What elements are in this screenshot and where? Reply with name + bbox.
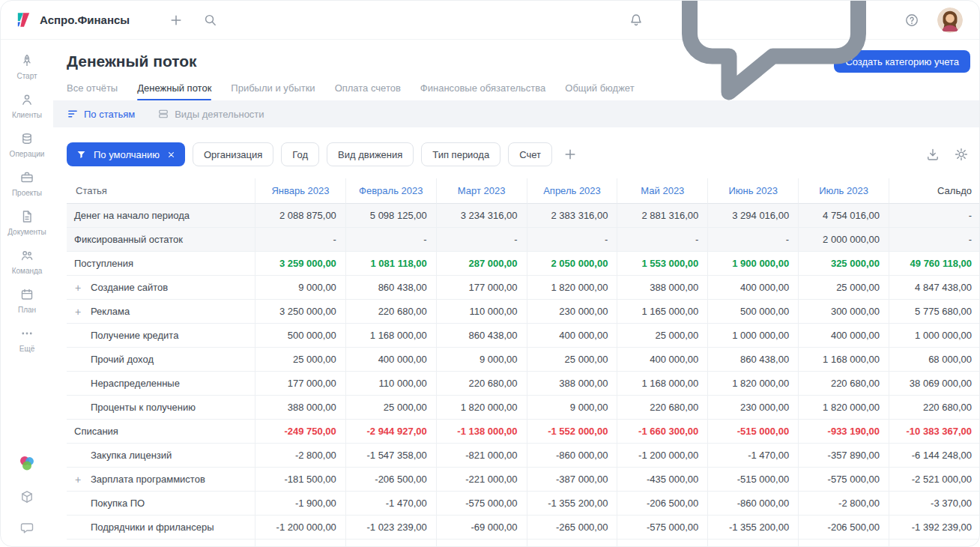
table-cell: 860 438,00 <box>708 348 799 372</box>
expand-icon[interactable]: + <box>75 306 81 317</box>
row-label[interactable]: Нераспределенные <box>67 372 255 396</box>
settings-gear-icon[interactable] <box>954 147 969 162</box>
sidebar-item-more[interactable]: Ещё <box>7 326 46 353</box>
tab-cashflow[interactable]: Денежный поток <box>137 82 211 100</box>
table-cell: -1 900,00 <box>255 492 346 516</box>
projects-icon <box>19 170 34 185</box>
table-cell: -10 383 367,00 <box>889 420 980 444</box>
aspro-cloud-logo[interactable] <box>17 453 37 473</box>
table-cell: 25 000,00 <box>617 324 708 348</box>
table-row: Закупка лицензий-2 800,00-1 547 358,00-8… <box>67 444 980 468</box>
view-tab-by-activity[interactable]: Виды деятельности <box>157 108 264 120</box>
row-label[interactable]: Закупка лицензий <box>67 444 255 468</box>
sidebar-item-label: Ещё <box>19 345 34 353</box>
integrations-icon[interactable] <box>19 489 34 504</box>
table-cell: -1 552 000,00 <box>527 420 618 444</box>
table-cell: -1 470,00 <box>346 492 437 516</box>
table-cell: -1 392 239,00 <box>889 516 980 540</box>
tab-bills[interactable]: Оплата счетов <box>335 82 401 100</box>
row-label: Денег на начало периода <box>67 204 255 228</box>
help-icon[interactable] <box>904 13 919 28</box>
table-cell: 3 259 000,00 <box>255 252 346 276</box>
row-label[interactable]: +Создание сайтов <box>67 276 255 300</box>
filter-chip-0[interactable]: Организация <box>193 142 273 166</box>
table-cell: 220 680,00 <box>346 300 437 324</box>
row-label[interactable]: +Реклама <box>67 300 255 324</box>
column-header: Статья <box>67 178 255 204</box>
row-label[interactable]: +Зарплата программистов <box>67 468 255 492</box>
table-cell: -933 190,00 <box>799 420 889 444</box>
support-chat-icon[interactable] <box>19 521 34 536</box>
app-window: Аспро.Финансы 3 СтартКлиентыОпе <box>0 0 980 547</box>
sidebar-item-operations[interactable]: Операции <box>7 131 46 158</box>
sidebar-item-start[interactable]: Старт <box>7 53 46 80</box>
active-filter-chip[interactable]: По умолчанию <box>67 142 185 166</box>
add-filter-icon[interactable] <box>563 147 578 162</box>
sidebar-item-plan[interactable]: План <box>7 287 46 314</box>
table-row: Фиксированный остаток------2 000 000,00- <box>67 228 980 252</box>
chat-icon <box>662 0 886 133</box>
expand-icon[interactable]: + <box>75 282 81 293</box>
table-cell: 4 754 016,00 <box>799 204 889 228</box>
table-cell: 110 000,00 <box>437 300 527 324</box>
table-cell: -69 000,00 <box>437 516 527 540</box>
search-icon[interactable] <box>203 13 217 27</box>
table-cell: -265 000,00 <box>527 516 618 540</box>
column-header: Апрель 2023 <box>527 178 618 204</box>
table-row: Подрядчики и фрилансеры-1 200 000,00-1 0… <box>67 516 980 540</box>
table-cell: -515 000,00 <box>708 468 799 492</box>
filter-chip-2[interactable]: Вид движения <box>327 142 414 166</box>
sidebar-item-label: Клиенты <box>12 111 42 119</box>
bell-icon[interactable] <box>629 13 644 28</box>
row-label[interactable]: +Зарплата программистов <box>67 540 255 547</box>
table-cell: -575 000,00 <box>437 492 527 516</box>
table-cell: -206 500,00 <box>346 468 437 492</box>
table-cell: -2 944 927,00 <box>346 420 437 444</box>
table-row: Списания-249 750,00-2 944 927,00-1 138 0… <box>67 420 980 444</box>
tab-pnl[interactable]: Прибыли и убытки <box>231 82 315 100</box>
table-cell: - <box>617 228 708 252</box>
sidebar-item-documents[interactable]: Документы <box>7 209 46 236</box>
table-cell: -1 547 358,00 <box>346 444 437 468</box>
tab-budget[interactable]: Общий бюджет <box>565 82 634 100</box>
row-label[interactable]: Прочий доход <box>67 348 255 372</box>
table-cell: 25 000,00 <box>527 348 618 372</box>
filter-chip-3[interactable]: Тип периода <box>421 142 500 166</box>
filter-actions <box>925 147 969 162</box>
tab-liabilities[interactable]: Финансовые обязательства <box>420 82 545 100</box>
table-cell: 3 234 316,00 <box>437 204 527 228</box>
row-label[interactable]: Покупка ПО <box>67 492 255 516</box>
table-cell: 9 000,00 <box>527 396 618 420</box>
sidebar-item-label: Старт <box>16 72 37 80</box>
filter-chip-1[interactable]: Год <box>281 142 319 166</box>
chat-button[interactable]: 3 <box>662 0 886 133</box>
table-cell: 1 081 118,00 <box>346 252 437 276</box>
expand-icon[interactable]: + <box>75 474 81 485</box>
sidebar-item-clients[interactable]: Клиенты <box>7 92 46 119</box>
view-tab-by-items[interactable]: По статьям <box>67 108 135 120</box>
filter-row: По умолчанию ОрганизацияГодВид движенияТ… <box>67 142 969 166</box>
sidebar-item-team[interactable]: Команда <box>7 248 46 275</box>
table-cell: -1 470,00 <box>708 540 799 547</box>
table-cell: -2 800,00 <box>255 540 346 547</box>
row-label: Фиксированный остаток <box>67 228 255 252</box>
topbar: Аспро.Финансы 3 <box>1 1 979 40</box>
row-label[interactable]: Получение кредита <box>67 324 255 348</box>
row-label[interactable]: Подрядчики и фрилансеры <box>67 516 255 540</box>
close-icon[interactable] <box>166 150 176 160</box>
row-label[interactable]: Проценты к получению <box>67 396 255 420</box>
tab-all-reports[interactable]: Все отчёты <box>67 82 118 100</box>
table-row: +Реклама3 250 000,00220 680,00110 000,00… <box>67 300 980 324</box>
table-cell: 1 553 000,00 <box>617 252 708 276</box>
table-cell: -3 370,00 <box>889 492 980 516</box>
avatar[interactable] <box>937 7 963 33</box>
brand[interactable]: Аспро.Финансы <box>14 10 130 29</box>
table-row: +Создание сайтов9 000,00860 438,00177 00… <box>67 276 980 300</box>
table-cell: -6 144 248,00 <box>889 444 980 468</box>
filter-chip-4[interactable]: Счет <box>508 142 552 166</box>
table-row: Нераспределенные177 000,00110 000,00220 … <box>67 372 980 396</box>
download-icon[interactable] <box>925 147 940 162</box>
table-cell: -860 000,00 <box>527 540 618 547</box>
sidebar-item-projects[interactable]: Проекты <box>7 170 46 197</box>
add-icon[interactable] <box>169 13 184 28</box>
